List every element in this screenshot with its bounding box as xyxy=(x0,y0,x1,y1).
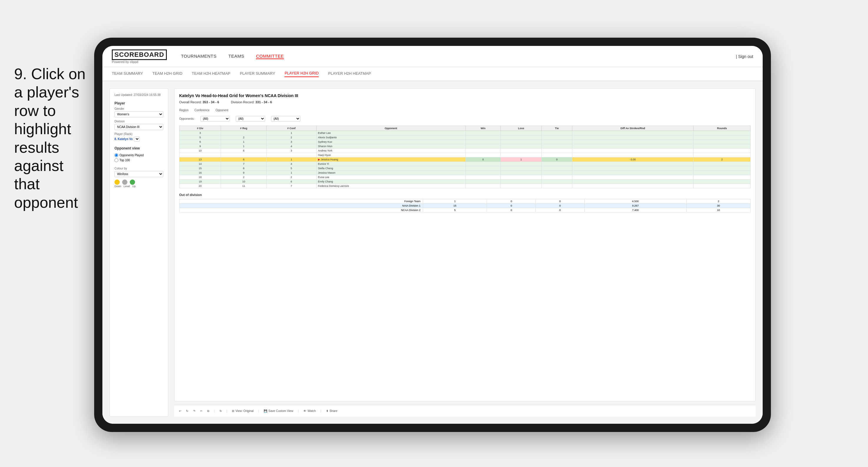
col-reg: # Reg xyxy=(221,126,266,131)
watch-btn[interactable]: 👁 Watch xyxy=(303,409,316,412)
watch-icon: 👁 xyxy=(303,409,306,412)
save-custom-view-btn[interactable]: 💾 Save Custom View xyxy=(264,409,293,412)
col-div: # Div xyxy=(180,126,221,131)
table-row[interactable]: Haeji Hyun xyxy=(180,153,751,157)
player-rank-label: Player (Rank) xyxy=(115,132,163,136)
toolbar-sep-5: | xyxy=(320,409,321,412)
opponents-filter-select[interactable]: (All) xyxy=(200,116,230,122)
col-tie: Tie xyxy=(542,126,572,131)
opponent-label: Opponent xyxy=(215,108,228,112)
col-opponent: Opponent xyxy=(316,126,465,131)
toolbar-sep-3: | xyxy=(258,409,259,412)
table-row[interactable]: 1585Stella Cheng xyxy=(180,166,751,171)
conference-label: Conference xyxy=(194,108,210,112)
subnav-player-h2h-heatmap[interactable]: PLAYER H2H HEATMAP xyxy=(328,71,371,77)
subnav-player-summary[interactable]: PLAYER SUMMARY xyxy=(240,71,275,77)
colour-labels: Down Level Up xyxy=(115,185,163,188)
filter-conference: Conference xyxy=(194,108,210,112)
filter-row: Region Conference Opponent xyxy=(179,108,751,112)
sidebar: Last Updated: 27/03/2024 16:55:38 Player… xyxy=(110,88,168,417)
table-row[interactable]: 1691Jessica Mason xyxy=(180,171,751,175)
table-row[interactable]: 1474Eunice Yi xyxy=(180,162,751,166)
nav-committee[interactable]: COMMITTEE xyxy=(256,54,284,59)
logo-title: SCOREBOARD xyxy=(112,50,167,60)
save-icon: 💾 xyxy=(264,409,267,412)
player-section: Player Gender Women's Division NCAA Divi… xyxy=(115,101,163,142)
sign-out[interactable]: | Sign out xyxy=(736,54,753,59)
nav-bar: SCOREBOARD Powered by clippd TOURNAMENTS… xyxy=(102,46,763,67)
ood-table-row[interactable]: NAIA Division 115009.26730 xyxy=(180,204,751,208)
circle-green xyxy=(130,180,135,185)
refresh-icon[interactable]: ↻ xyxy=(219,409,222,412)
instruction-text: 9. Click on a player's row to highlight … xyxy=(14,65,91,212)
division-label: Division xyxy=(115,120,163,123)
opponents-label: Opponents: xyxy=(179,117,194,120)
subnav-team-summary[interactable]: TEAM SUMMARY xyxy=(112,71,143,77)
top100-radio[interactable]: Top 100 xyxy=(115,158,163,162)
overall-record: Overall Record: 353 - 34 - 6 xyxy=(179,100,219,104)
nav-tournaments[interactable]: TOURNAMENTS xyxy=(181,54,217,59)
tablet-frame: SCOREBOARD Powered by clippd TOURNAMENTS… xyxy=(94,38,771,432)
toolbar-sep-2: | xyxy=(226,409,227,412)
undo-icon[interactable]: ↩ xyxy=(179,409,181,412)
col-conf: # Conf xyxy=(266,126,316,131)
colour-by-select[interactable]: Win/loss xyxy=(115,171,163,177)
forward-icon[interactable]: ↷ xyxy=(193,409,195,412)
table-row[interactable]: 31Esther Lee xyxy=(180,131,751,135)
share-icon: ⬆ xyxy=(326,409,329,412)
subnav-team-h2h-heatmap[interactable]: TEAM H2H HEATMAP xyxy=(192,71,230,77)
col-diff: Diff Av Strokes/Rnd xyxy=(572,126,693,131)
toolbar-sep-4: | xyxy=(298,409,299,412)
filter-opponent: Opponent xyxy=(215,108,228,112)
division-record: Division Record: 331 - 34 - 6 xyxy=(231,100,272,104)
label-up: Up xyxy=(132,185,136,188)
opponent-played-radio[interactable]: Opponents Played xyxy=(115,153,163,157)
colour-circles xyxy=(115,180,163,185)
share-btn[interactable]: ⬆ Share xyxy=(326,409,338,412)
filter-region: Region xyxy=(179,108,189,112)
table-row[interactable]: 1822Euna Lee xyxy=(180,175,751,180)
label-level: Level xyxy=(124,185,130,188)
region-label: Region xyxy=(179,108,189,112)
subnav-player-h2h-grid[interactable]: PLAYER H2H GRID xyxy=(284,71,319,77)
view-icon: ⊞ xyxy=(232,409,234,412)
label-down: Down xyxy=(115,185,121,188)
h2h-table: # Div # Reg # Conf Opponent Win Loss Tie… xyxy=(179,126,751,188)
col-loss: Loss xyxy=(500,126,541,131)
conference-filter-select[interactable]: (All) xyxy=(236,116,265,122)
player-select[interactable] xyxy=(134,136,140,142)
colour-by-label: Colour by xyxy=(115,167,163,170)
ood-table-row[interactable]: Foreign Team1004.5002 xyxy=(180,199,751,204)
table-row[interactable]: 914Sharon Mun xyxy=(180,144,751,149)
table-row[interactable]: 19106Emily Chang xyxy=(180,180,751,184)
sub-nav: TEAM SUMMARY TEAM H2H GRID TEAM H2H HEAT… xyxy=(102,67,763,81)
table-row[interactable]: 1063Andrea York xyxy=(180,149,751,153)
view-original-btn[interactable]: ⊞ View: Original xyxy=(232,409,254,412)
table-row[interactable]: 522Alexis Sudjianto xyxy=(180,135,751,140)
col-win: Win xyxy=(465,126,500,131)
opponent-filter-select[interactable]: (All) xyxy=(271,116,301,122)
main-content: Last Updated: 27/03/2024 16:55:38 Player… xyxy=(102,81,763,424)
circle-gray xyxy=(122,180,127,185)
col-rounds: Rounds xyxy=(693,126,751,131)
colour-by-section: Colour by Win/loss Down Level Up xyxy=(115,167,163,188)
logo: SCOREBOARD Powered by clippd xyxy=(112,50,167,64)
ood-table-row[interactable]: NCAA Division 25007.40010 xyxy=(180,208,751,213)
subnav-team-h2h-grid[interactable]: TEAM H2H GRID xyxy=(152,71,182,77)
cut-icon[interactable]: ✂ xyxy=(200,409,203,412)
opponent-view-title: Opponent view xyxy=(115,146,163,150)
player-name: 8. Katelyn Vo xyxy=(115,137,133,141)
player-section-title: Player xyxy=(115,101,163,105)
copy-icon[interactable]: ⧉ xyxy=(207,409,209,413)
record-row: Overall Record: 353 - 34 - 6 Division Re… xyxy=(179,100,751,104)
ood-table: Foreign Team1004.5002NAIA Division 11500… xyxy=(179,199,751,213)
gender-select[interactable]: Women's xyxy=(115,111,163,117)
table-row[interactable]: 1361▶ Jessica Huang010-3.002 xyxy=(180,157,751,162)
table-row[interactable]: 20117Federica Domecq Lacroze xyxy=(180,184,751,188)
division-select[interactable]: NCAA Division III xyxy=(115,124,163,130)
nav-teams[interactable]: TEAMS xyxy=(228,54,244,59)
table-row[interactable]: 613Sydney Kuo xyxy=(180,140,751,144)
data-area: Katelyn Vo Head-to-Head Grid for Women's… xyxy=(174,88,755,401)
data-title: Katelyn Vo Head-to-Head Grid for Women's… xyxy=(179,93,751,98)
redo-icon[interactable]: ↻ xyxy=(186,409,188,412)
